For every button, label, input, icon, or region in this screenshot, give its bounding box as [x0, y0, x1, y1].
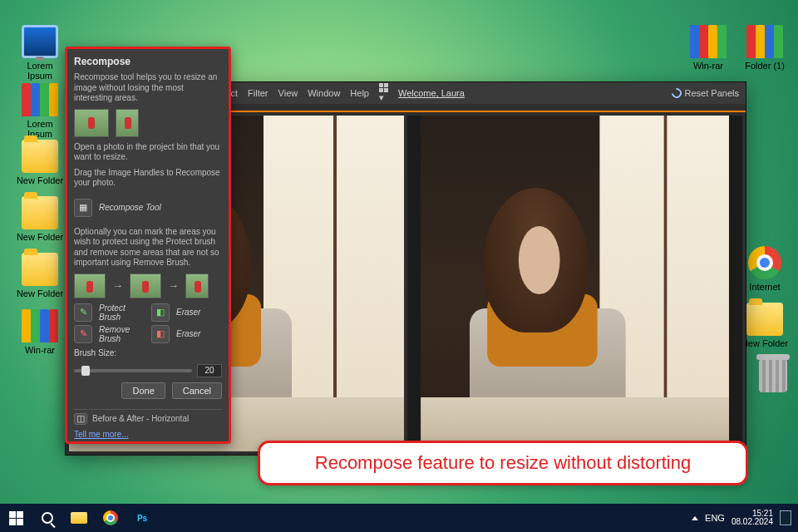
- search-icon: [42, 512, 53, 524]
- panel-step1: Open a photo in the project bin that you…: [74, 142, 222, 163]
- protect-eraser-label: Eraser: [176, 308, 222, 317]
- folder-icon: [22, 196, 58, 229]
- system-tray: ENG 15:21 08.02.2024: [685, 510, 798, 527]
- recompose-tool-icon: ▦: [74, 199, 92, 217]
- brush-size-slider[interactable]: [74, 369, 192, 372]
- remove-eraser-icon[interactable]: ◧: [151, 325, 170, 343]
- folder-icon: [71, 512, 87, 524]
- folder-icon: [22, 140, 58, 173]
- desktop-icon-folder-2[interactable]: New Folder: [13, 196, 66, 242]
- pc-icon: [22, 25, 58, 58]
- binders-icon: [22, 83, 58, 116]
- action-center-icon[interactable]: [780, 510, 791, 525]
- icon-label: Folder (1): [738, 61, 791, 71]
- chrome-icon: [103, 510, 118, 525]
- reset-label: Reset Panels: [685, 88, 739, 98]
- desktop-icon-trash[interactable]: [746, 359, 798, 395]
- start-button[interactable]: [0, 504, 32, 532]
- menu-help[interactable]: Help: [350, 88, 369, 98]
- compare-mode-icon[interactable]: ◫: [74, 413, 87, 425]
- menu-window[interactable]: Window: [308, 88, 340, 98]
- icon-label: Win-rar: [682, 61, 735, 71]
- remove-brush-icon[interactable]: ✎: [74, 325, 92, 343]
- thumb-step3-icon: [185, 273, 209, 298]
- protect-brush-icon[interactable]: ✎: [74, 303, 92, 322]
- icon-label: New Folder: [13, 288, 66, 298]
- annotation-callout: Recompose feature to resize without dist…: [258, 441, 748, 485]
- reset-icon: [669, 86, 683, 101]
- brush-flow-thumbs: → →: [74, 273, 222, 298]
- desktop-icon-folder-3[interactable]: New Folder: [13, 253, 66, 298]
- desktop-icon-pc[interactable]: Lorem Ipsum: [13, 25, 66, 81]
- icon-label: Lorem Ipsum: [13, 61, 66, 81]
- intro-thumbs: [74, 109, 222, 137]
- desktop-icon-folder-r1[interactable]: Folder (1): [738, 25, 791, 71]
- taskbar-chrome[interactable]: [95, 504, 126, 532]
- cancel-button[interactable]: Cancel: [172, 382, 222, 399]
- done-button[interactable]: Done: [121, 382, 165, 399]
- binders-icon: [690, 25, 727, 58]
- welcome-link[interactable]: Welcome, Laura: [398, 88, 465, 98]
- brush-size-value[interactable]: 20: [197, 364, 222, 377]
- arrow-icon: →: [112, 279, 123, 292]
- compare-mode-label: Before & After - Horizontal: [92, 414, 189, 423]
- brush-tools: ✎ Protect Brush ◧ Eraser ✎ Remove Brush …: [74, 303, 222, 343]
- clock-date: 08.02.2024: [732, 518, 773, 527]
- panel-title: Recompose: [74, 56, 222, 67]
- remove-brush-label: Remove Brush: [99, 325, 145, 343]
- taskbar-photoshop[interactable]: Ps: [126, 504, 158, 532]
- remove-eraser-label: Eraser: [176, 329, 222, 338]
- panel-intro: Recompose tool helps you to resize an im…: [74, 72, 222, 104]
- panel-step2: Drag the Image Handles to Recompose your…: [74, 168, 222, 189]
- icon-label: New Folder: [13, 232, 66, 242]
- arrow-icon: →: [168, 279, 179, 292]
- folder-icon: [22, 253, 58, 286]
- tell-me-more-link[interactable]: Tell me more...: [74, 430, 222, 439]
- windows-icon: [9, 511, 23, 525]
- recompose-tool-label: Recompose Tool: [99, 203, 161, 212]
- desktop-icon-binders[interactable]: Lorem Ipsum: [13, 83, 66, 139]
- protect-brush-label: Protect Brush: [99, 303, 145, 322]
- icon-label: Win-rar: [13, 345, 66, 355]
- trash-icon: [759, 359, 787, 392]
- thumb-after-icon: [116, 109, 139, 137]
- tray-overflow-icon[interactable]: [692, 516, 698, 520]
- taskbar-clock[interactable]: 15:21 08.02.2024: [732, 510, 773, 527]
- recompose-panel: Recompose Recompose tool helps you to re…: [65, 47, 231, 444]
- menu-view[interactable]: View: [278, 88, 298, 98]
- icon-label: Lorem Ipsum: [13, 119, 66, 139]
- panel-step3: Optionally you can mark the areas you wi…: [74, 227, 222, 268]
- view-grid-button[interactable]: ▾: [379, 83, 388, 103]
- ps-icon: Ps: [135, 510, 150, 525]
- thumb-before-icon: [74, 109, 109, 137]
- callout-text: Recompose feature to resize without dist…: [315, 452, 691, 474]
- folder-icon: [746, 303, 783, 336]
- desktop-icon-folder-1[interactable]: New Folder: [13, 140, 66, 185]
- menu-filter[interactable]: Filter: [248, 88, 268, 98]
- protect-eraser-icon[interactable]: ◧: [151, 303, 170, 322]
- recompose-tool-row[interactable]: ▦ Recompose Tool: [74, 194, 222, 222]
- photo-after[interactable]: [407, 116, 742, 451]
- thumb-step2-icon: [130, 273, 161, 298]
- reset-panels-button[interactable]: Reset Panels: [672, 88, 739, 98]
- brush-size-label: Brush Size:: [74, 348, 222, 357]
- tray-language[interactable]: ENG: [705, 513, 725, 523]
- desktop-icon-winrar-2[interactable]: Win-rar: [682, 25, 735, 71]
- slider-thumb-icon[interactable]: [81, 366, 90, 376]
- binders-icon: [746, 25, 783, 58]
- binders-icon: [22, 309, 58, 342]
- taskbar: Ps ENG 15:21 08.02.2024: [0, 504, 798, 532]
- chrome-icon: [748, 246, 781, 279]
- icon-label: New Folder: [13, 175, 66, 185]
- desktop-icon-winrar-1[interactable]: Win-rar: [13, 309, 66, 355]
- search-button[interactable]: [32, 504, 63, 532]
- thumb-step1-icon: [74, 273, 106, 298]
- taskbar-explorer[interactable]: [63, 504, 95, 532]
